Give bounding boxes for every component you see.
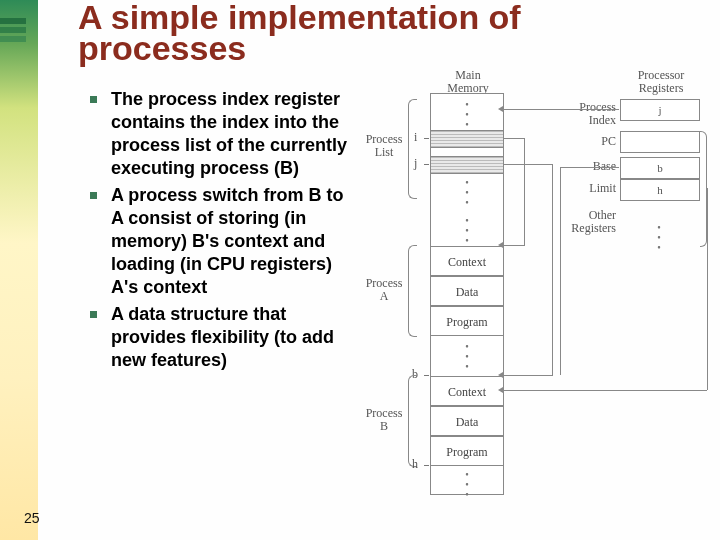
wire [560,167,619,168]
proc-a-data: Data [431,276,503,306]
label-other-registers: Other Registers [568,209,616,234]
tick-icon [424,375,429,376]
vdots-icon [431,178,503,208]
page-number: 25 [24,510,40,526]
label-process-a: Process A [362,277,406,302]
slide-title: A simple implementation of processes [78,2,678,65]
side-accent-gradient [0,0,38,540]
brace-icon [408,375,417,467]
memory-diagram: Main Memory Processor Registers Context … [360,75,710,505]
label-limit: Limit [582,182,616,195]
arrow-left-icon [503,109,619,110]
vdots-icon [620,223,698,253]
arrow-left-icon [503,390,707,391]
proc-b-program: Program [431,436,503,466]
bullet-text: A process switch from B to A consist of … [111,184,350,299]
arrow-left-icon [503,245,525,246]
brace-icon [700,131,707,247]
memory-column: Context Data Program Context Data Progra… [430,93,504,495]
arrow-left-icon [503,375,553,376]
reg-limit: h [620,179,700,201]
reg-base: b [620,157,700,179]
reg-process-index: j [620,99,700,121]
bullet-icon [90,311,97,318]
bullet-icon [90,96,97,103]
label-processor-registers: Processor Registers [622,69,700,94]
tick-icon [424,164,429,165]
vdots-icon [431,342,503,372]
label-process-index: Process Index [556,101,616,126]
proc-b-data: Data [431,406,503,436]
wire [503,164,553,165]
vdots-icon [431,100,503,130]
label-pc: PC [590,135,616,148]
proc-a-context: Context [431,246,503,276]
wire [560,167,561,375]
label-h: h [412,458,418,471]
wire [552,164,553,375]
brace-icon [408,245,417,337]
process-list-entry-j [431,156,503,174]
bullet-icon [90,192,97,199]
tick-icon [424,138,429,139]
slide: A simple implementation of processes The… [0,0,720,540]
vdots-icon [431,470,503,500]
brace-icon [408,99,417,199]
bullet-text: The process index register contains the … [111,88,350,180]
process-list-entry-i [431,130,503,148]
wire [707,188,708,390]
label-process-list: Process List [362,133,406,158]
proc-a-program: Program [431,306,503,336]
wire [503,138,525,139]
label-main-memory: Main Memory [438,69,498,94]
tick-icon [424,465,429,466]
list-item: A process switch from B to A consist of … [90,184,350,299]
reg-pc [620,131,700,153]
bullet-text: A data structure that provides flexibili… [111,303,350,372]
vdots-icon [431,216,503,246]
label-process-b: Process B [362,407,406,432]
proc-b-context: Context [431,376,503,406]
wire [524,138,525,245]
bullet-list: The process index register contains the … [90,88,350,376]
list-item: A data structure that provides flexibili… [90,303,350,372]
list-item: The process index register contains the … [90,88,350,180]
